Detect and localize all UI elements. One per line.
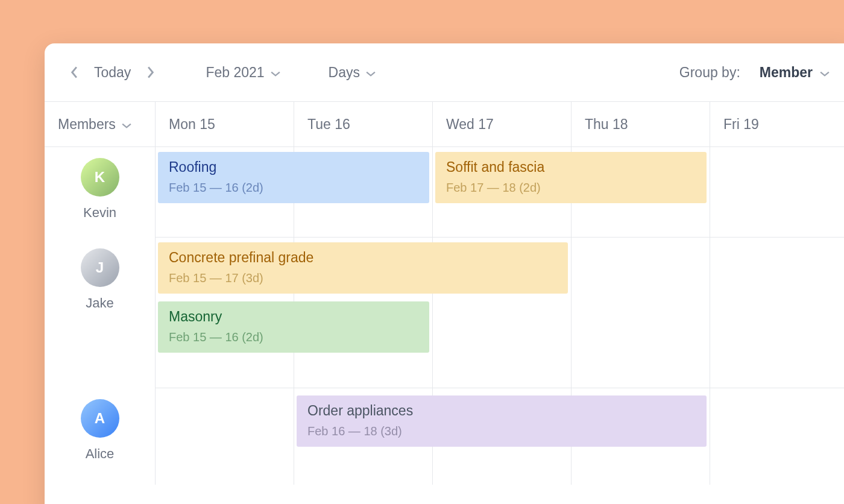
task-title: Order appliances	[307, 403, 696, 420]
next-button[interactable]	[143, 65, 157, 80]
task-title: Roofing	[169, 159, 418, 176]
date-nav: Today	[68, 65, 157, 81]
group-by-value: Member	[760, 65, 813, 81]
task-title: Concrete prefinal grade	[169, 250, 557, 266]
task-roofing[interactable]: Roofing Feb 15 — 16 (2d)	[158, 152, 429, 203]
day-header: Wed 17	[433, 102, 572, 146]
members-header-label: Members	[58, 116, 116, 133]
member-name: Jake	[86, 295, 113, 311]
month-picker-label: Feb 2021	[206, 65, 264, 81]
chevron-down-icon	[122, 116, 131, 133]
day-header: Fri 19	[710, 102, 844, 146]
member-cell[interactable]: A Alice	[45, 388, 156, 485]
chevron-down-icon	[820, 65, 830, 81]
member-name: Alice	[86, 446, 115, 462]
avatar: A	[81, 399, 119, 438]
group-by-label: Group by:	[679, 65, 740, 81]
member-row: Concrete prefinal grade Feb 15 — 17 (3d)…	[156, 238, 844, 388]
chevron-down-icon	[271, 65, 280, 81]
day-header: Tue 16	[294, 102, 433, 146]
member-name: Kevin	[83, 205, 116, 221]
members-column-header[interactable]: Members	[45, 102, 156, 146]
chevron-down-icon	[366, 65, 376, 81]
member-cell[interactable]: J Jake	[45, 238, 156, 388]
day-header: Thu 18	[572, 102, 710, 146]
member-row: Roofing Feb 15 — 16 (2d) Soffit and fasc…	[156, 147, 844, 238]
prev-button[interactable]	[68, 65, 82, 80]
schedule-body: K Kevin J Jake A Alice Roofing Feb 15 — …	[45, 147, 844, 485]
task-title: Masonry	[169, 309, 418, 326]
today-button[interactable]: Today	[92, 65, 133, 81]
group-by-picker[interactable]: Member	[760, 65, 830, 81]
task-title: Soffit and fascia	[446, 159, 696, 176]
task-dates: Feb 15 — 17 (3d)	[169, 271, 557, 285]
schedule-panel: Today Feb 2021 Days Group by: Member	[45, 43, 844, 504]
task-dates: Feb 15 — 16 (2d)	[169, 181, 418, 195]
unit-picker[interactable]: Days	[329, 65, 376, 81]
task-dates: Feb 16 — 18 (3d)	[307, 424, 696, 438]
task-dates: Feb 15 — 16 (2d)	[169, 330, 418, 344]
task-dates: Feb 17 — 18 (2d)	[446, 181, 696, 195]
timeline-lanes: Roofing Feb 15 — 16 (2d) Soffit and fasc…	[156, 147, 844, 485]
month-picker[interactable]: Feb 2021	[206, 65, 280, 81]
task-soffit-fascia[interactable]: Soffit and fascia Feb 17 — 18 (2d)	[435, 152, 707, 203]
avatar: J	[81, 248, 119, 287]
day-header: Mon 15	[156, 102, 294, 146]
member-row: Order appliances Feb 16 — 18 (3d)	[156, 388, 844, 485]
unit-picker-label: Days	[329, 65, 360, 81]
task-concrete-prefinal[interactable]: Concrete prefinal grade Feb 15 — 17 (3d)	[158, 242, 568, 294]
chevron-right-icon	[146, 66, 154, 78]
avatar: K	[81, 158, 119, 197]
header-row: Members Mon 15 Tue 16 Wed 17 Thu 18 Fri …	[45, 101, 844, 147]
task-order-appliances[interactable]: Order appliances Feb 16 — 18 (3d)	[297, 395, 707, 447]
task-masonry[interactable]: Masonry Feb 15 — 16 (2d)	[158, 301, 429, 353]
member-cell[interactable]: K Kevin	[45, 147, 156, 238]
toolbar: Today Feb 2021 Days Group by: Member	[45, 43, 844, 101]
members-sidebar: K Kevin J Jake A Alice	[45, 147, 156, 485]
chevron-left-icon	[71, 66, 78, 78]
